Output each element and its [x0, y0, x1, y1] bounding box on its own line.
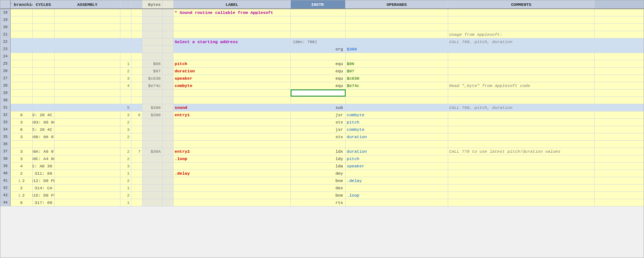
cell-operands: $06: [346, 60, 448, 67]
cell-instr: equ: [291, 82, 346, 89]
cell-d: [55, 38, 120, 45]
cell-comments: CALL 778 to use latest pitch/duration va…: [448, 148, 595, 155]
cell-comments: [448, 170, 595, 177]
row-number: 21: [0, 31, 11, 38]
cell-e: 3: [120, 75, 131, 82]
cell-d: [55, 53, 120, 60]
table-row: 346305: 20 4C E73jsrcombyte: [0, 126, 644, 133]
header-col-h: [163, 0, 174, 8]
cell-h: [163, 53, 174, 60]
cell-d: [55, 31, 120, 38]
cell-comments: [448, 90, 595, 96]
header-col-i: LABEL: [174, 0, 291, 8]
cell-b: [11, 141, 33, 148]
cell-c: 30A: A6 07: [33, 148, 55, 155]
table-row: 36: [0, 141, 644, 148]
cell-e: [120, 97, 131, 104]
cell-e: 3: [120, 163, 131, 170]
row-number: 30: [0, 97, 11, 104]
cell-e: 3: [120, 126, 131, 133]
cell-d: [55, 75, 120, 82]
cell-e: 2: [120, 192, 131, 199]
cell-b: 2: [11, 170, 33, 177]
cell-e: [120, 38, 131, 45]
cell-comments: [448, 16, 595, 23]
table-row: 24: [0, 53, 644, 60]
cell-b: 3: [11, 133, 33, 140]
row-number: 40: [0, 170, 11, 177]
cell-f: [131, 163, 142, 170]
row-number: 18: [0, 9, 11, 16]
cell-f: [131, 68, 142, 75]
cell-h: [163, 133, 174, 140]
cell-comments: [448, 141, 595, 148]
cell-d: [55, 111, 120, 118]
cell-instr: lda: [291, 163, 346, 170]
cell-h: [163, 90, 174, 96]
cell-comments: [448, 133, 595, 140]
cell-d: [55, 177, 120, 184]
table-row: 333303: 86 062stxpitch: [0, 119, 644, 126]
cell-e: 2: [120, 155, 131, 162]
cell-instr: [291, 90, 346, 96]
cell-instr: jsr: [291, 111, 346, 118]
cell-instr: rts: [291, 199, 346, 206]
cell-instr: (dec: 768): [291, 38, 346, 45]
cell-g: [142, 90, 163, 96]
cell-instr: equ: [291, 75, 346, 82]
cell-d: [55, 126, 120, 133]
cell-f: [131, 53, 142, 60]
cell-operands: .delay: [346, 177, 448, 184]
table-row: 37330A: A6 0727$30Aentry2ldxdurationCALL…: [0, 148, 644, 155]
cell-f: [131, 38, 142, 45]
cell-operands: [346, 97, 448, 104]
cell-e: 2: [120, 119, 131, 126]
cell-instr: bne: [291, 192, 346, 199]
cell-c: [33, 53, 55, 60]
cell-instr: org: [291, 46, 346, 53]
cell-h: [163, 177, 174, 184]
table-row: 39430E: AD 30 C03ldaspeaker: [0, 163, 644, 170]
cell-b: 4: [11, 163, 33, 170]
cell-e: 3: [120, 111, 131, 118]
cell-f: [131, 192, 142, 199]
cell-instr: dey: [291, 170, 346, 177]
table-row: 353308: 86 072stxduration: [0, 133, 644, 141]
cell-h: [163, 60, 174, 67]
cell-c: 317: 60: [33, 199, 55, 206]
cell-label: [174, 119, 291, 126]
cell-b: 6: [11, 126, 33, 133]
cell-label: [174, 126, 291, 133]
cell-g: [142, 133, 163, 140]
cell-c: 312: D0 FD: [33, 177, 55, 184]
row-number: 34: [0, 126, 11, 133]
header-col-k: OPERANDS: [346, 0, 448, 8]
cell-c: [33, 9, 55, 16]
cell-g: $30A: [142, 148, 163, 155]
cell-operands: $c030: [346, 75, 448, 82]
cell-f: [131, 141, 142, 148]
header-col-d: ASSEMBLY: [55, 0, 120, 8]
cell-f: [131, 24, 142, 31]
cell-c: 30C: A4 06: [33, 155, 55, 162]
cell-comments: [448, 177, 595, 184]
cell-d: [55, 104, 120, 111]
header-col-j: INSTR: [291, 0, 346, 8]
cell-d: [55, 68, 120, 75]
row-number: 32: [0, 111, 11, 118]
table-row: 38330C: A4 062.loopldypitch: [0, 155, 644, 163]
cell-comments: CALL 768, pitch, duration: [448, 104, 595, 111]
cell-h: [163, 155, 174, 162]
cell-d: [55, 24, 120, 31]
cell-comments: [448, 185, 595, 191]
cell-f: [131, 185, 142, 191]
table-row: 21Usage from Applesoft:: [0, 31, 644, 38]
cell-f: [131, 9, 142, 16]
cell-e: [120, 31, 131, 38]
cell-h: [163, 46, 174, 53]
cell-comments: [448, 163, 595, 170]
table-row: 30: [0, 97, 644, 104]
cell-b: 12: [11, 192, 33, 199]
table-row: 326300: 20 4C E736$300entry1jsrcombyte: [0, 111, 644, 119]
cell-g: [142, 185, 163, 191]
